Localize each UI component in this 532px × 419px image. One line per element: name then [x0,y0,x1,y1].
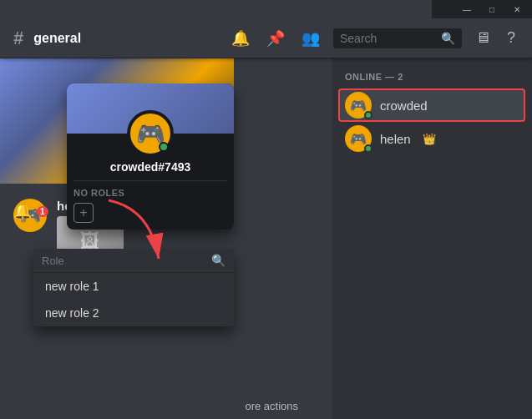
role-item-2[interactable]: new role 2 [33,300,234,326]
member-item-helen[interactable]: 🎮 helen 👑 [338,122,525,155]
member-avatar-helen: 🎮 [345,125,372,152]
online-panel: ONLINE — 2 🎮 crowded 🎮 helen 👑 [332,58,532,419]
search-input[interactable] [340,32,436,45]
notification-icon: 🔔 [13,202,32,220]
search-icon: 🔍 [441,32,455,45]
online-header: ONLINE — 2 [338,72,525,82]
members-icon[interactable]: 👥 [298,26,323,51]
bell-icon[interactable]: 🔔 [228,26,253,51]
notification-area: 🔔 1 [13,202,48,220]
chat-area: 🟡 🎮 helen 03: 🖼 ore actions 🎮 [0,58,332,419]
channel-hash-icon: # [13,28,23,49]
more-actions-text: ore actions [245,400,298,412]
role-item-1[interactable]: new role 1 [33,273,234,300]
titlebar: — □ ✕ [432,0,532,18]
member-item-crowded[interactable]: 🎮 crowded [338,88,525,122]
role-search-icon: 🔍 [211,254,225,267]
role-search-input[interactable] [42,255,205,267]
crowded-online-dot [364,111,372,119]
member-avatar-crowded: 🎮 [345,92,372,119]
add-role-button[interactable]: + [73,203,94,223]
channel-name: general [33,31,81,46]
maximize-button[interactable]: □ [480,0,504,18]
inbox-icon[interactable]: 🖥 [472,26,494,50]
close-button[interactable]: ✕ [505,0,529,18]
member-name-helen: helen [380,132,411,146]
crown-icon: 👑 [423,133,436,145]
profile-avatar-area: 🎮 [67,110,234,157]
profile-username: crowded#7493 [67,157,234,180]
minimize-button[interactable]: — [455,0,479,18]
role-dropdown: 🔍 new role 1 new role 2 [33,249,234,326]
help-icon[interactable]: ? [504,26,519,50]
role-search-container: 🔍 [33,249,234,273]
profile-avatar: 🎮 [127,110,174,157]
main-layout: 🟡 🎮 helen 03: 🖼 ore actions 🎮 [0,58,532,419]
online-indicator [159,142,169,152]
no-roles-label: NO ROLES [73,188,227,198]
profile-roles-section: NO ROLES + [67,181,234,230]
header: # general 🔔 📌 👥 🔍 🖥 ? [0,18,532,58]
search-box[interactable]: 🔍 [333,28,462,48]
member-name-crowded: crowded [380,98,428,113]
helen-online-dot [364,144,372,153]
notification-badge: 1 [37,206,48,217]
profile-popup: 🎮 crowded#7493 NO ROLES + [67,83,234,230]
pin-icon[interactable]: 📌 [263,26,288,51]
